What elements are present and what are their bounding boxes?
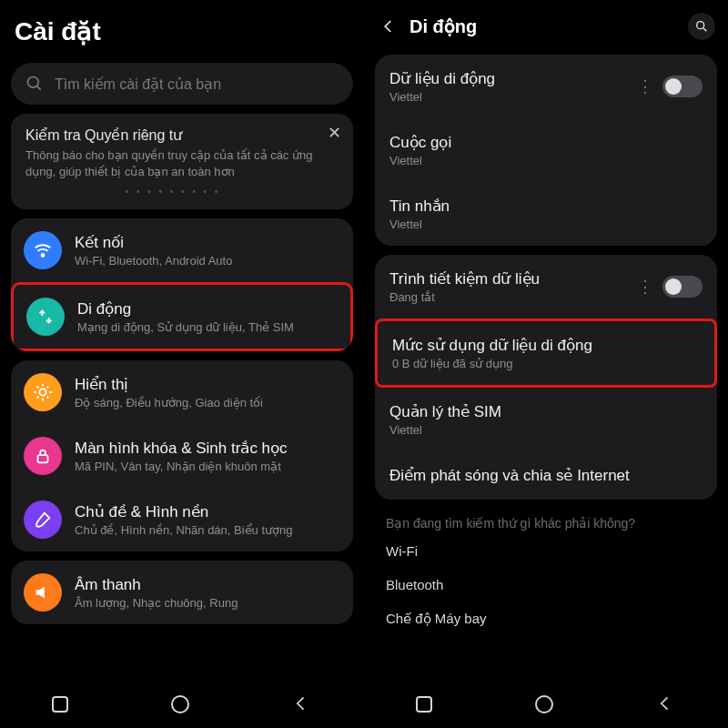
row-display[interactable]: Hiển thị Độ sáng, Điều hướng, Giao diện … xyxy=(11,360,353,424)
phone-left: Cài đặt Tìm kiếm cài đặt của bạn Kiểm tr… xyxy=(0,0,364,728)
item-calls[interactable]: Cuộc gọi Viettel xyxy=(375,118,717,182)
item-sms[interactable]: Tin nhắn Viettel xyxy=(375,182,717,246)
nav-home-icon[interactable] xyxy=(171,695,189,713)
row-lock[interactable]: Màn hình khóa & Sinh trắc học Mã PIN, Vâ… xyxy=(11,424,353,488)
item-data-saver[interactable]: Trình tiết kiệm dữ liệu Đang tắt ⋮ xyxy=(375,255,717,318)
svg-point-0 xyxy=(28,77,39,88)
speaker-icon xyxy=(24,573,62,612)
nav-recent-icon[interactable] xyxy=(52,696,68,713)
link-wifi[interactable]: Wi-Fi xyxy=(364,534,728,568)
settings-group: Âm thanh Âm lượng, Nhạc chuông, Rung xyxy=(11,561,353,624)
item-mobile-data[interactable]: Dữ liệu di động Viettel ⋮ xyxy=(375,55,717,118)
settings-group: Kết nối Wi-Fi, Bluetooth, Android Auto D… xyxy=(11,218,353,351)
row-connections[interactable]: Kết nối Wi-Fi, Bluetooth, Android Auto xyxy=(11,218,353,282)
card-calls: Dữ liệu di động Viettel ⋮ Cuộc gọi Viett… xyxy=(375,55,717,246)
page-title: Cài đặt xyxy=(15,16,349,46)
search-button[interactable] xyxy=(688,13,715,40)
more-icon[interactable]: ⋮ xyxy=(628,277,662,297)
search-icon xyxy=(25,75,44,93)
item-sim-manage[interactable]: Quản lý thẻ SIM Viettel xyxy=(375,388,717,451)
notice-title: Kiểm tra Quyền riêng tư xyxy=(25,126,320,144)
more-icon[interactable]: ⋮ xyxy=(628,76,662,96)
privacy-notice[interactable]: Kiểm tra Quyền riêng tư Thông báo cho bạ… xyxy=(11,114,353,209)
search-input[interactable]: Tìm kiếm cài đặt của bạn xyxy=(11,63,353,105)
nav-home-icon[interactable] xyxy=(535,695,553,713)
link-airplane[interactable]: Chế độ Máy bay xyxy=(364,602,728,636)
page-title: Di động xyxy=(400,15,688,37)
nav-bar xyxy=(0,681,364,728)
footer-hint: Bạn đang tìm kiếm thứ gì khác phải không… xyxy=(364,509,728,534)
close-icon[interactable]: ✕ xyxy=(324,123,344,143)
nav-bar xyxy=(364,681,728,728)
wifi-icon xyxy=(24,231,62,269)
row-theme[interactable]: Chủ đề & Hình nền Chủ đề, Hình nền, Nhãn… xyxy=(11,488,353,551)
mobile-data-icon xyxy=(26,298,65,336)
svg-point-3 xyxy=(39,389,46,395)
sun-icon xyxy=(24,373,62,411)
lock-icon xyxy=(24,437,62,475)
toggle-data-saver[interactable] xyxy=(662,276,703,298)
header-right: Di động xyxy=(364,0,728,49)
nav-back-icon[interactable] xyxy=(292,694,312,714)
link-bluetooth[interactable]: Bluetooth xyxy=(364,568,728,602)
brush-icon xyxy=(24,500,62,539)
settings-group: Hiển thị Độ sáng, Điều hướng, Giao diện … xyxy=(11,360,353,551)
svg-point-2 xyxy=(42,254,45,257)
svg-point-5 xyxy=(697,22,704,29)
svg-rect-4 xyxy=(38,455,48,462)
phone-right: Di động Dữ liệu di động Viettel ⋮ Cuộc g… xyxy=(364,0,728,728)
header-left: Cài đặt xyxy=(0,0,364,57)
toggle-mobile-data[interactable] xyxy=(662,76,703,97)
item-hotspot[interactable]: Điểm phát sóng và chia sẻ Internet xyxy=(375,451,717,500)
back-button[interactable] xyxy=(377,15,400,38)
svg-line-6 xyxy=(703,28,706,31)
pagination-dots: • • • • • • • • • xyxy=(25,187,320,197)
search-placeholder: Tìm kiếm cài đặt của bạn xyxy=(55,76,221,93)
item-data-usage[interactable]: Mức sử dụng dữ liệu di động 0 B dữ liệu … xyxy=(375,318,717,388)
card-data: Trình tiết kiệm dữ liệu Đang tắt ⋮ Mức s… xyxy=(375,255,717,500)
svg-line-1 xyxy=(37,86,41,90)
row-sound[interactable]: Âm thanh Âm lượng, Nhạc chuông, Rung xyxy=(11,561,353,624)
nav-back-icon[interactable] xyxy=(656,694,676,714)
notice-body: Thông báo cho bạn quyền truy cập của tất… xyxy=(25,147,320,179)
row-mobile[interactable]: Di động Mạng di động, Sử dụng dữ liệu, T… xyxy=(11,282,353,351)
nav-recent-icon[interactable] xyxy=(416,696,432,713)
